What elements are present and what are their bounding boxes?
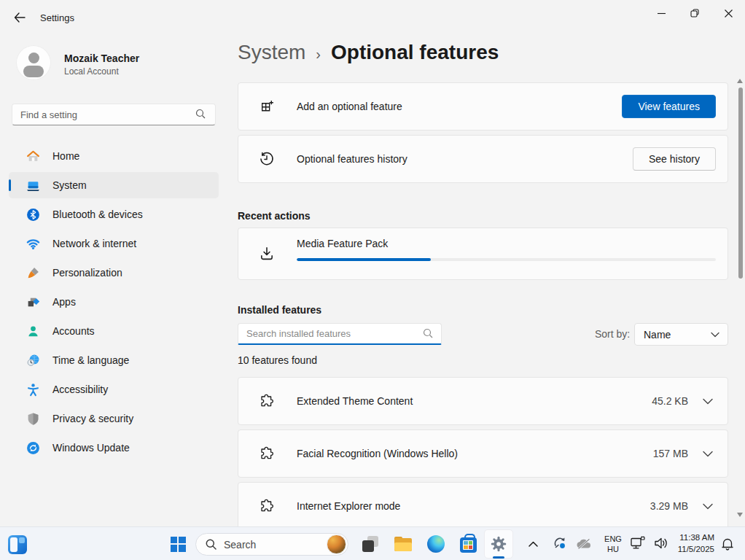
clock-date: 11/5/2025 [678, 544, 714, 556]
installed-features-title: Installed features [238, 304, 321, 316]
paintbrush-icon [26, 266, 40, 280]
add-feature-label: Add an optional feature [297, 101, 402, 112]
see-history-button[interactable]: See history [633, 147, 716, 171]
taskbar-search-placeholder: Search [224, 539, 327, 551]
apps-icon [26, 295, 40, 309]
puzzle-icon [259, 394, 275, 408]
update-pending-tray-button[interactable] [550, 533, 570, 553]
recent-action-card: Media Feature Pack [238, 228, 728, 280]
restore-button[interactable] [678, 0, 711, 26]
sidebar-item-network-internet[interactable]: Network & internet [9, 230, 219, 257]
history-icon [259, 151, 275, 167]
show-hidden-icons-button[interactable] [525, 536, 541, 552]
accessibility-icon [26, 383, 40, 397]
user-account-type: Local Account [64, 66, 119, 77]
feature-row-internet-explorer-mode[interactable]: Internet Explorer mode 3.29 MB [238, 482, 728, 530]
sidebar-item-bluetooth-devices[interactable]: Bluetooth & devices [9, 201, 219, 228]
features-count: 10 features found [238, 354, 317, 366]
language-indicator[interactable]: ENG HU [599, 532, 627, 556]
clock-tray-button[interactable]: 11:38 AM 11/5/2025 [672, 532, 714, 556]
feature-row-facial-recognition[interactable]: Facial Recognition (Windows Hello) 157 M… [238, 429, 728, 478]
back-button[interactable] [7, 7, 32, 28]
start-button[interactable] [165, 531, 191, 557]
sidebar-item-time-language[interactable]: Time & language [9, 347, 219, 373]
sort-value: Name [644, 329, 711, 341]
edge-button[interactable] [423, 531, 449, 557]
settings-gear-icon [489, 534, 508, 553]
windows-logo-icon [171, 537, 186, 552]
scrollbar-up-arrow[interactable] [737, 79, 743, 83]
puzzle-icon [259, 446, 275, 461]
sidebar-item-home[interactable]: Home [9, 143, 219, 169]
network-tray-button[interactable] [628, 534, 647, 553]
feature-name: Internet Explorer mode [297, 500, 400, 512]
installed-features-search-input[interactable] [238, 323, 442, 345]
task-view-button[interactable] [357, 531, 383, 557]
accounts-icon [26, 324, 40, 338]
feature-row-extended-theme-content[interactable]: Extended Theme Content 45.2 KB [238, 377, 728, 425]
wifi-icon [26, 237, 40, 251]
find-setting-input[interactable] [12, 104, 216, 125]
active-app-indicator [493, 556, 504, 559]
app-title: Settings [40, 12, 74, 23]
sidebar-item-label: Time & language [52, 354, 129, 366]
feature-name: Facial Recognition (Windows Hello) [297, 448, 458, 459]
clock-time: 11:38 AM [679, 532, 714, 544]
sync-arrow-icon [552, 535, 568, 551]
widgets-icon [8, 535, 27, 554]
add-feature-icon [259, 99, 275, 114]
sidebar-item-personalization[interactable]: Personalization [9, 260, 219, 286]
sidebar-item-label: Bluetooth & devices [52, 209, 143, 220]
avatar [16, 45, 51, 80]
chevron-up-icon [528, 541, 538, 547]
sidebar-item-label: Home [52, 150, 79, 162]
volume-tray-button[interactable] [652, 534, 671, 553]
sort-dropdown[interactable]: Name [634, 323, 728, 346]
taskbar-search[interactable]: Search [195, 533, 348, 556]
notifications-button[interactable] [717, 534, 738, 554]
time-language-icon [26, 354, 40, 368]
sidebar-item-accessibility[interactable]: Accessibility [9, 376, 219, 402]
chevron-down-icon[interactable] [703, 398, 713, 405]
back-arrow-icon [14, 12, 26, 23]
scrollbar-thumb[interactable] [738, 88, 743, 279]
minimize-button[interactable] [644, 0, 678, 26]
file-explorer-icon [394, 537, 412, 551]
chevron-down-icon[interactable] [703, 503, 713, 510]
sidebar-item-privacy-security[interactable]: Privacy & security [9, 405, 219, 432]
recent-actions-title: Recent actions [238, 210, 311, 222]
features-history-label: Optional features history [297, 153, 407, 165]
onedrive-offline-tray-button[interactable] [574, 534, 593, 553]
progress-bar [297, 258, 716, 261]
sidebar-item-system[interactable]: System [9, 172, 219, 198]
breadcrumb: System › Optional features [238, 41, 499, 64]
avatar-head-icon [28, 52, 39, 63]
breadcrumb-system[interactable]: System [238, 41, 305, 64]
feature-size: 45.2 KB [652, 395, 688, 407]
feature-size: 157 MB [653, 448, 688, 459]
sidebar-item-apps[interactable]: Apps [9, 289, 219, 315]
sidebar-item-label: Accessibility [52, 384, 108, 395]
scrollbar-down-arrow[interactable] [737, 513, 743, 517]
sidebar-item-windows-update[interactable]: Windows Update [9, 435, 219, 461]
home-icon [26, 149, 40, 163]
feature-size: 3.29 MB [650, 500, 688, 512]
sidebar-item-label: Privacy & security [52, 413, 133, 424]
settings-app-button[interactable] [484, 529, 513, 559]
minimize-icon [658, 9, 666, 18]
feature-name: Extended Theme Content [297, 395, 413, 407]
widgets-button[interactable] [6, 533, 29, 556]
puzzle-icon [259, 499, 275, 513]
microsoft-store-button[interactable] [455, 531, 481, 557]
file-explorer-button[interactable] [390, 531, 416, 557]
taskbar: Search [0, 526, 745, 560]
view-features-button[interactable]: View features [622, 95, 716, 118]
sidebar-item-label: Personalization [52, 267, 122, 279]
edge-icon [427, 535, 445, 553]
sidebar-item-accounts[interactable]: Accounts [9, 318, 219, 344]
chevron-down-icon[interactable] [703, 451, 713, 457]
close-button[interactable] [711, 0, 745, 26]
features-history-card: Optional features history See history [238, 135, 728, 183]
breadcrumb-separator: › [316, 46, 321, 63]
search-highlight-image[interactable] [327, 534, 346, 554]
